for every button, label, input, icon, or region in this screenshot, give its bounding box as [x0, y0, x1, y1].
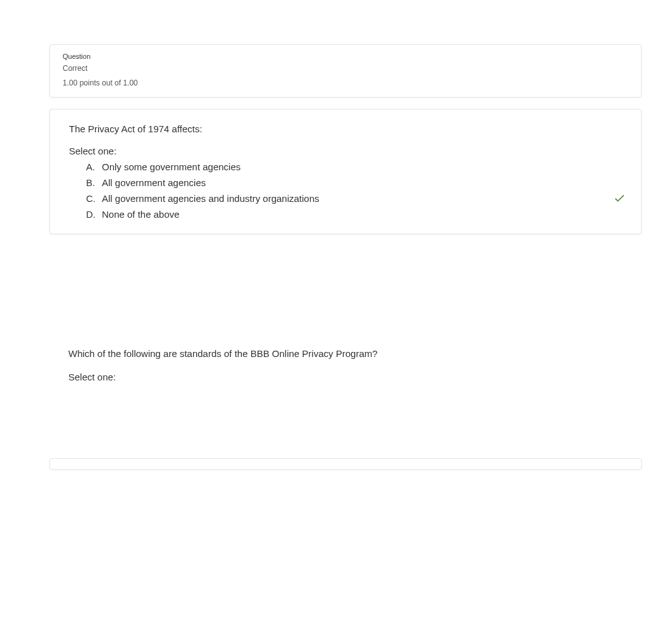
question-text: The Privacy Act of 1974 affects:: [69, 123, 628, 134]
option-row[interactable]: D. None of the above: [69, 206, 628, 222]
bottom-divider: [49, 458, 642, 470]
option-text: All government agencies and industry org…: [102, 193, 628, 204]
question-2-text: Which of the following are standards of …: [68, 348, 642, 359]
question-score: 1.00 points out of 1.00: [63, 78, 138, 87]
option-letter: D.: [86, 209, 100, 220]
question-status: Correct: [63, 64, 628, 73]
check-icon: [613, 192, 626, 207]
option-row[interactable]: A. Only some government agencies: [69, 159, 628, 175]
options-list: A. Only some government agencies B. All …: [69, 159, 628, 222]
question-header-card: Question Correct 1.00 points out of 1.00: [49, 44, 642, 97]
option-text: None of the above: [102, 209, 628, 220]
option-letter: A.: [86, 161, 100, 172]
option-row[interactable]: B. All government agencies: [69, 175, 628, 191]
question-2-prompt: Select one:: [68, 372, 642, 382]
question-2-block: Which of the following are standards of …: [49, 334, 642, 458]
option-letter: B.: [86, 177, 100, 188]
option-text: All government agencies: [102, 177, 628, 188]
option-letter: C.: [86, 193, 100, 204]
option-row[interactable]: C. All government agencies and industry …: [69, 191, 628, 206]
question-header: Question Correct 1.00 points out of 1.00: [50, 45, 641, 97]
question-label: Question: [63, 53, 628, 60]
select-prompt: Select one:: [69, 146, 628, 156]
option-text: Only some government agencies: [102, 161, 628, 172]
question-body-card: The Privacy Act of 1974 affects: Select …: [49, 109, 642, 234]
